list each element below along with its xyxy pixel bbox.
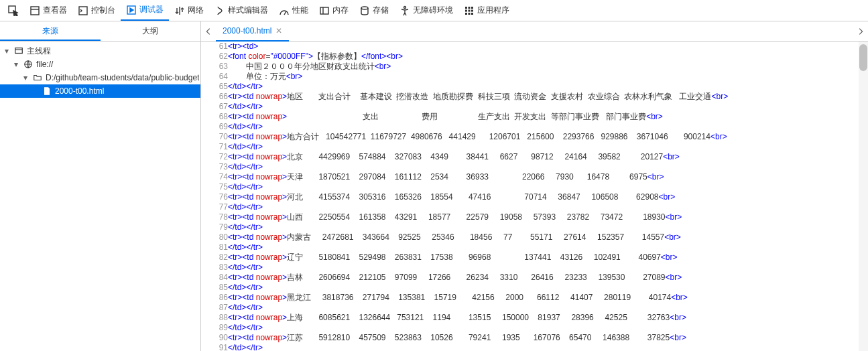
line-number[interactable]: 89 bbox=[201, 323, 228, 333]
line-number[interactable]: 85 bbox=[201, 283, 228, 293]
code-line[interactable]: 63 中国２０００年分地区财政支出统计<br> bbox=[201, 62, 728, 72]
tree-thread[interactable]: ▾ 主线程 bbox=[0, 44, 200, 58]
tree-file-selected[interactable]: 2000-t00.html bbox=[0, 84, 200, 98]
code-line[interactable]: 64 单位：万元<br> bbox=[201, 72, 728, 82]
code-line[interactable]: 67</td></tr> bbox=[201, 102, 728, 112]
tab-applications[interactable]: 应用程序 bbox=[458, 1, 515, 21]
line-number[interactable]: 77 bbox=[201, 202, 228, 212]
code-line[interactable]: 85</td></tr> bbox=[201, 283, 728, 293]
code-line[interactable]: 84<tr><td nowrap>吉林 2606694 212105 97099… bbox=[201, 273, 728, 283]
code-line[interactable]: 91</td></tr> bbox=[201, 343, 728, 351]
line-number[interactable]: 72 bbox=[201, 152, 228, 162]
line-number[interactable]: 66 bbox=[201, 92, 228, 102]
code-content[interactable]: <tr><td nowrap>吉林 2606694 212105 97099 1… bbox=[228, 273, 728, 283]
tree-folder[interactable]: ▾ D:/github/team-students/data/public-bu… bbox=[0, 71, 200, 84]
line-number[interactable]: 70 bbox=[201, 132, 228, 142]
code-content[interactable]: </td></tr> bbox=[228, 182, 728, 192]
code-content[interactable]: <tr><td nowrap>山西 2250554 161358 43291 1… bbox=[228, 212, 728, 222]
code-line[interactable]: 73</td></tr> bbox=[201, 162, 728, 172]
code-line[interactable]: 79</td></tr> bbox=[201, 222, 728, 232]
line-number[interactable]: 78 bbox=[201, 212, 228, 222]
tab-inspector[interactable]: 查看器 bbox=[24, 1, 72, 21]
line-number[interactable]: 63 bbox=[201, 62, 228, 72]
line-number[interactable]: 84 bbox=[201, 273, 228, 283]
code-line[interactable]: 75</td></tr> bbox=[201, 182, 728, 192]
code-content[interactable]: </td></tr> bbox=[228, 202, 728, 212]
code-line[interactable]: 61<tr><td> bbox=[201, 42, 728, 52]
code-line[interactable]: 86<tr><td nowrap>黑龙江 3818736 271794 1353… bbox=[201, 293, 728, 303]
code-content[interactable]: 中国２０００年分地区财政支出统计<br> bbox=[228, 62, 728, 72]
code-line[interactable]: 89</td></tr> bbox=[201, 323, 728, 333]
line-number[interactable]: 68 bbox=[201, 112, 228, 122]
code-content[interactable]: <tr><td nowrap>河北 4155374 305316 165326 … bbox=[228, 192, 728, 202]
code-content[interactable]: </td></tr> bbox=[228, 142, 728, 152]
line-number[interactable]: 73 bbox=[201, 162, 228, 172]
tab-debugger[interactable]: 调试器 bbox=[121, 1, 169, 21]
vertical-scrollbar[interactable] bbox=[859, 42, 868, 351]
code-content[interactable]: <tr><td nowrap>上海 6085621 1326644 753121… bbox=[228, 313, 728, 323]
line-number[interactable]: 86 bbox=[201, 293, 228, 303]
element-picker-button[interactable] bbox=[3, 1, 24, 21]
code-line[interactable]: 77</td></tr> bbox=[201, 202, 728, 212]
scrollbar-thumb[interactable] bbox=[859, 44, 867, 71]
line-number[interactable]: 61 bbox=[201, 42, 228, 52]
line-number[interactable]: 83 bbox=[201, 263, 228, 273]
code-content[interactable]: </td></tr> bbox=[228, 102, 728, 112]
code-content[interactable]: <tr><td nowrap>北京 4429969 574884 327083 … bbox=[228, 152, 728, 162]
line-number[interactable]: 76 bbox=[201, 192, 228, 202]
code-line[interactable]: 68<tr><td nowrap> 支出 费用 生产支出 开发支出 等部门事业费… bbox=[201, 112, 728, 122]
code-line[interactable]: 82<tr><td nowrap>辽宁 5180841 529498 26383… bbox=[201, 253, 728, 263]
line-number[interactable]: 75 bbox=[201, 182, 228, 192]
code-content[interactable]: <tr><td nowrap> 支出 费用 生产支出 开发支出 等部门事业费 部… bbox=[228, 112, 728, 122]
line-number[interactable]: 69 bbox=[201, 122, 228, 132]
tab-accessibility[interactable]: 无障碍环境 bbox=[394, 1, 458, 21]
code-line[interactable]: 70<tr><td nowrap>地方合计 104542771 11679727… bbox=[201, 132, 728, 142]
tab-storage[interactable]: 存储 bbox=[354, 1, 394, 21]
line-number[interactable]: 67 bbox=[201, 102, 228, 112]
code-content[interactable]: </td></tr> bbox=[228, 222, 728, 232]
line-number[interactable]: 79 bbox=[201, 222, 228, 232]
code-content[interactable]: </td></tr> bbox=[228, 162, 728, 172]
line-number[interactable]: 90 bbox=[201, 333, 228, 343]
code-line[interactable]: 80<tr><td nowrap>内蒙古 2472681 343664 9252… bbox=[201, 232, 728, 242]
code-content[interactable]: <tr><td> bbox=[228, 42, 728, 52]
line-number[interactable]: 81 bbox=[201, 242, 228, 253]
line-number[interactable]: 80 bbox=[201, 232, 228, 242]
code-content[interactable]: <tr><td nowrap>辽宁 5180841 529498 263831 … bbox=[228, 253, 728, 263]
code-line[interactable]: 62<font color="#0000FF">【指标参数】</font><br… bbox=[201, 52, 728, 62]
code-line[interactable]: 88<tr><td nowrap>上海 6085621 1326644 7531… bbox=[201, 313, 728, 323]
tab-network[interactable]: 网络 bbox=[169, 1, 209, 21]
nav-forward-button[interactable] bbox=[853, 22, 868, 41]
line-number[interactable]: 88 bbox=[201, 313, 228, 323]
code-content[interactable]: <tr><td nowrap>黑龙江 3818736 271794 135381… bbox=[228, 293, 728, 303]
code-area[interactable]: 61<tr><td>62<font color="#0000FF">【指标参数】… bbox=[201, 42, 868, 351]
tab-memory[interactable]: 内存 bbox=[314, 1, 354, 21]
tab-performance[interactable]: 性能 bbox=[273, 1, 314, 21]
line-number[interactable]: 74 bbox=[201, 172, 228, 182]
code-content[interactable]: </td></tr> bbox=[228, 263, 728, 273]
code-content[interactable]: <font color="#0000FF">【指标参数】</font><br> bbox=[228, 52, 728, 62]
code-line[interactable]: 66<tr><td nowrap>地区 支出合计 基本建设 挖潜改造 地质勘探费… bbox=[201, 92, 728, 102]
code-content[interactable]: </td></tr> bbox=[228, 82, 728, 92]
code-content[interactable]: <tr><td nowrap>地方合计 104542771 11679727 4… bbox=[228, 132, 728, 142]
line-number[interactable]: 71 bbox=[201, 142, 228, 152]
code-content[interactable]: <tr><td nowrap>天津 1870521 297084 161112 … bbox=[228, 172, 728, 182]
code-line[interactable]: 65</td></tr> bbox=[201, 82, 728, 92]
line-number[interactable]: 64 bbox=[201, 72, 228, 82]
line-number[interactable]: 82 bbox=[201, 253, 228, 263]
code-line[interactable]: 83</td></tr> bbox=[201, 263, 728, 273]
code-content[interactable]: </td></tr> bbox=[228, 303, 728, 313]
code-line[interactable]: 72<tr><td nowrap>北京 4429969 574884 32708… bbox=[201, 152, 728, 162]
side-tab-outline[interactable]: 大纲 bbox=[101, 21, 201, 41]
code-content[interactable]: </td></tr> bbox=[228, 323, 728, 333]
code-content[interactable]: 单位：万元<br> bbox=[228, 72, 728, 82]
code-content[interactable]: <tr><td nowrap>内蒙古 2472681 343664 92525 … bbox=[228, 232, 728, 242]
line-number[interactable]: 87 bbox=[201, 303, 228, 313]
code-line[interactable]: 87</td></tr> bbox=[201, 303, 728, 313]
code-line[interactable]: 81</td></tr> bbox=[201, 242, 728, 253]
code-content[interactable]: </td></tr> bbox=[228, 122, 728, 132]
close-icon[interactable]: ✕ bbox=[275, 26, 282, 36]
line-number[interactable]: 62 bbox=[201, 52, 228, 62]
code-line[interactable]: 71</td></tr> bbox=[201, 142, 728, 152]
side-tab-sources[interactable]: 来源 bbox=[0, 21, 101, 41]
